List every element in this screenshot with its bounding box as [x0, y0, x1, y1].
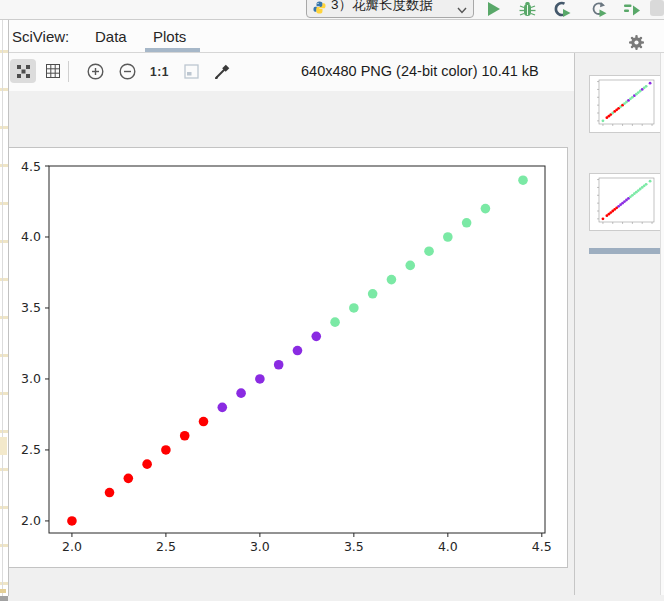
svg-text:4.0: 4.0	[21, 229, 41, 244]
thumbnail-scatter-1	[590, 76, 660, 132]
sidebar-splitter-bar[interactable]	[589, 248, 664, 254]
debug-button[interactable]	[518, 1, 536, 18]
actual-size-checker-icon	[17, 65, 30, 78]
svg-text:3.5: 3.5	[21, 300, 41, 315]
list-run-icon	[623, 1, 640, 17]
sciview-title: SciView:	[12, 28, 69, 45]
sciview-header: SciView: Data Plots	[8, 20, 664, 53]
grid-view-button[interactable]	[40, 59, 66, 83]
svg-text:2.5: 2.5	[156, 539, 176, 554]
gear-icon	[628, 34, 645, 51]
run-with-params-button[interactable]	[622, 1, 640, 18]
zoom-in-icon	[87, 63, 104, 80]
run-button[interactable]	[484, 1, 502, 18]
chevron-down-icon	[457, 7, 467, 14]
plot-thumbnail-2[interactable]	[589, 173, 661, 231]
svg-text:3.5: 3.5	[344, 539, 364, 554]
eyedropper-icon	[215, 63, 231, 79]
actual-size-button[interactable]	[10, 59, 36, 83]
run-config-selector[interactable]: 3）花瓣长度数据	[306, 0, 474, 18]
bug-icon	[519, 1, 536, 17]
plot-toolbar: 1:1 640x480 PNG (24-bit color) 10.41 kB	[8, 53, 574, 91]
svg-text:2.0: 2.0	[21, 513, 41, 528]
eyedropper-button[interactable]	[210, 59, 236, 83]
scrollbar-track[interactable]	[660, 53, 664, 595]
zoom-out-icon	[119, 63, 136, 80]
one-to-one-button[interactable]: 1:1	[150, 65, 169, 79]
tab-data[interactable]: Data	[95, 28, 127, 45]
console-run-icon	[554, 1, 571, 17]
thumbnail-scatter-2	[590, 174, 660, 230]
svg-text:4.5: 4.5	[21, 159, 41, 174]
thumbnails-sidebar	[574, 53, 664, 595]
toolbar-separator	[68, 61, 69, 82]
python-icon	[313, 1, 326, 14]
toolbar-partial-button[interactable]	[650, 0, 664, 16]
svg-text:2.5: 2.5	[21, 442, 41, 457]
run-with-console-button[interactable]	[553, 1, 571, 18]
play-icon	[486, 1, 501, 17]
zoom-out-button[interactable]	[114, 59, 140, 83]
ide-run-toolbar: 3）花瓣长度数据	[0, 0, 664, 20]
gutter-highlight-mark	[0, 437, 7, 455]
svg-text:4.0: 4.0	[438, 539, 458, 554]
rerun-icon	[590, 1, 607, 17]
scatter-plot: 2.02.53.03.54.04.52.02.53.03.54.04.5	[9, 148, 567, 567]
svg-text:3.0: 3.0	[250, 539, 270, 554]
plot-thumbnail-1[interactable]	[589, 75, 661, 133]
window-corner-notch	[0, 596, 8, 601]
gutter-divider	[2, 20, 3, 596]
fit-zoom-icon	[184, 64, 199, 79]
svg-text:4.5: 4.5	[532, 539, 552, 554]
image-info-text: 640x480 PNG (24-bit color) 10.41 kB	[301, 63, 539, 79]
pycharm-sciview-window: { "run_toolbar": { "config_label": "3）花瓣…	[0, 0, 664, 601]
plots-panel: 1:1 640x480 PNG (24-bit color) 10.41 kB …	[8, 53, 574, 595]
zoom-in-button[interactable]	[82, 59, 108, 83]
settings-button[interactable]	[628, 34, 645, 51]
tab-plots[interactable]: Plots	[153, 28, 186, 45]
run-config-label: 3）花瓣长度数据	[331, 0, 452, 14]
active-tab-underline	[145, 48, 200, 52]
fit-zoom-button-disabled[interactable]	[178, 59, 204, 83]
svg-text:3.0: 3.0	[21, 371, 41, 386]
plot-image-panel[interactable]: 2.02.53.03.54.04.52.02.53.03.54.04.5	[8, 147, 568, 568]
rerun-button[interactable]	[589, 1, 607, 18]
grid-icon	[46, 64, 60, 78]
gutter-warning-mark	[0, 589, 6, 593]
svg-text:2.0: 2.0	[62, 539, 82, 554]
